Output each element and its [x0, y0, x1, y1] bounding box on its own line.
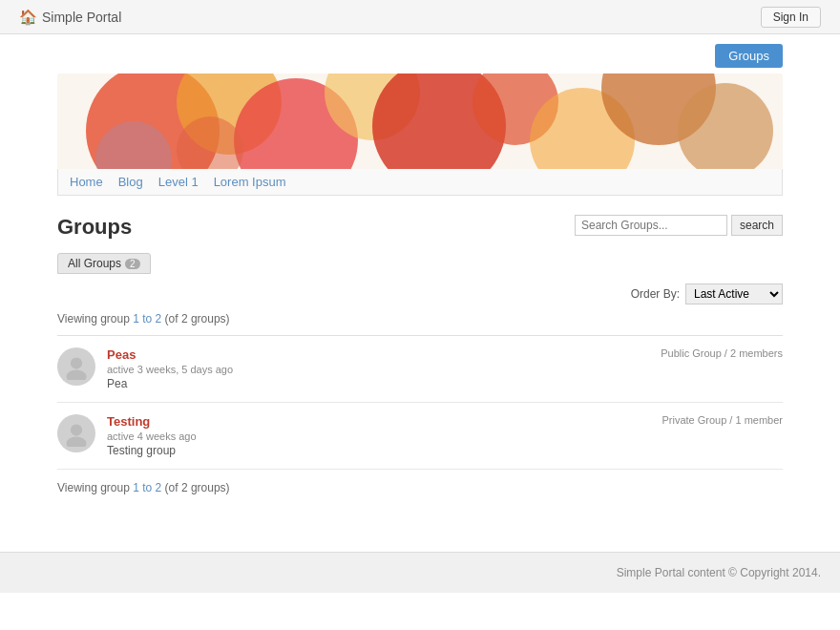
signin-button[interactable]: Sign In	[761, 7, 821, 28]
svg-point-14	[71, 424, 82, 435]
banner	[57, 74, 783, 169]
svg-point-12	[71, 357, 82, 368]
orderby-select[interactable]: Last Active Name Date Created Members	[685, 284, 783, 304]
group-meta-testing: Private Group / 1 member	[662, 414, 783, 426]
group-meta-peas: Public Group / 2 members	[661, 347, 783, 359]
orderby-label: Order By:	[631, 287, 680, 301]
topbar-brand: 🏠 Simple Portal	[19, 9, 121, 26]
svg-point-15	[67, 437, 87, 448]
subnav: Home Blog Level 1 Lorem Ipsum	[57, 169, 783, 196]
subnav-lorem[interactable]: Lorem Ipsum	[214, 175, 286, 189]
search-area: search	[575, 215, 783, 236]
group-item: Peas active 3 weeks, 5 days ago Pea Publ…	[57, 336, 783, 403]
viewing-link-bottom[interactable]: 1 to 2	[133, 481, 161, 494]
viewing-info-bottom: Viewing group 1 to 2 (of 2 groups)	[57, 481, 783, 494]
search-button[interactable]: search	[731, 215, 783, 236]
viewing-info-top: Viewing group 1 to 2 (of 2 groups)	[57, 312, 783, 326]
group-item: Testing active 4 weeks ago Testing group…	[57, 403, 783, 470]
page-title: Groups	[57, 215, 132, 240]
tabs-row: All Groups 2	[57, 253, 783, 274]
group-name-peas[interactable]: Peas	[107, 347, 136, 362]
footer: Simple Portal content © Copyright 2014.	[0, 552, 840, 593]
group-active-testing: active 4 weeks ago	[107, 430, 783, 442]
group-avatar-testing	[57, 414, 95, 452]
topbar: 🏠 Simple Portal Sign In	[0, 0, 840, 34]
group-avatar-peas	[57, 347, 95, 386]
subnav-blog[interactable]: Blog	[118, 175, 143, 189]
group-desc-peas: Pea	[107, 377, 783, 390]
tab-all-groups[interactable]: All Groups 2	[57, 253, 151, 274]
footer-text: Simple Portal content © Copyright 2014.	[617, 566, 821, 579]
groups-top-button[interactable]: Groups	[715, 44, 783, 68]
subnav-home[interactable]: Home	[70, 175, 103, 189]
tab-all-groups-label: All Groups	[68, 257, 121, 270]
svg-point-13	[67, 370, 87, 381]
orderby-row: Order By: Last Active Name Date Created …	[57, 284, 783, 304]
search-input[interactable]	[575, 215, 727, 236]
viewing-text-top: Viewing group 1 to 2 (of 2 groups)	[57, 312, 230, 326]
group-active-peas: active 3 weeks, 5 days ago	[107, 364, 783, 375]
group-list: Peas active 3 weeks, 5 days ago Pea Publ…	[57, 335, 783, 470]
subnav-level1[interactable]: Level 1	[158, 175, 199, 189]
viewing-text-bottom: Viewing group 1 to 2 (of 2 groups)	[57, 481, 230, 494]
main-content: Groups search All Groups 2 Order By: Las…	[57, 215, 783, 494]
home-icon: 🏠	[19, 9, 37, 26]
tab-all-groups-count: 2	[125, 259, 140, 269]
viewing-link-top[interactable]: 1 to 2	[133, 312, 161, 326]
group-name-testing[interactable]: Testing	[107, 414, 150, 429]
group-desc-testing: Testing group	[107, 444, 783, 457]
groups-btn-area: Groups	[0, 34, 840, 74]
brand-name: Simple Portal	[42, 10, 121, 25]
